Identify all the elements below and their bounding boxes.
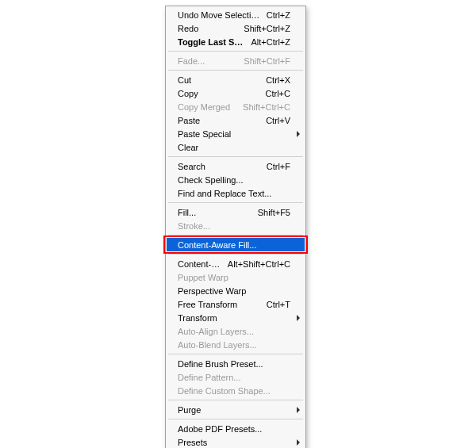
menu-item-label: Content-Aware Fill... [178,240,290,250]
stage: { "menu": { "name": "edit-menu", "items"… [0,0,476,448]
edit-menu[interactable]: Undo Move SelectionCtrl+ZRedoShift+Ctrl+… [165,6,306,448]
menu-item-search[interactable]: SearchCtrl+F [167,159,305,173]
menu-item-paste-special[interactable]: Paste Special [167,127,305,140]
menu-item-label: Define Brush Preset... [178,359,290,369]
menu-item-fade: Fade...Shift+Ctrl+F [167,54,305,67]
menu-item-label: Define Pattern... [178,373,290,382]
menu-item-free-transform[interactable]: Free TransformCtrl+T [167,297,305,311]
menu-item-adobe-pdf-presets[interactable]: Adobe PDF Presets... [167,422,305,435]
menu-item-check-spelling[interactable]: Check Spelling... [167,173,305,186]
menu-item-label: Clear [178,143,290,152]
chevron-right-icon [297,315,300,321]
menu-item-content-aware-scale[interactable]: Content-Aware ScaleAlt+Shift+Ctrl+C [167,257,305,270]
menu-item-copy[interactable]: CopyCtrl+C [167,86,305,100]
menu-item-define-pattern: Define Pattern... [167,370,305,384]
menu-separator [168,235,303,235]
menu-item-copy-merged: Copy MergedShift+Ctrl+C [167,100,305,113]
menu-item-shortcut: Alt+Shift+Ctrl+C [228,259,290,269]
menu-item-shortcut: Ctrl+V [266,116,290,125]
menu-item-label: Toggle Last State [178,37,244,47]
menu-item-label: Perspective Warp [178,286,290,296]
menu-item-undo-move-selection[interactable]: Undo Move SelectionCtrl+Z [167,8,305,21]
menu-item-purge[interactable]: Purge [167,403,305,416]
menu-item-shortcut: Ctrl+X [266,75,290,85]
menu-item-stroke: Stroke... [167,219,305,232]
menu-item-label: Adobe PDF Presets... [178,424,290,434]
menu-separator [168,254,303,255]
menu-item-find-replace[interactable]: Find and Replace Text... [167,186,305,200]
menu-item-label: Auto-Align Layers... [178,327,290,336]
menu-item-transform[interactable]: Transform [167,311,305,324]
menu-item-label: Transform [178,313,290,323]
menu-item-auto-blend-layers: Auto-Blend Layers... [167,338,305,351]
menu-item-label: Presets [178,438,290,447]
menu-separator [168,70,303,71]
menu-item-label: Puppet Warp [178,273,290,282]
menu-item-shortcut: Ctrl+F [267,162,290,171]
menu-item-redo[interactable]: RedoShift+Ctrl+Z [167,21,305,35]
menu-separator [168,202,303,203]
menu-item-label: Stroke... [178,221,290,231]
menu-item-fill[interactable]: Fill...Shift+F5 [167,205,305,219]
menu-item-label: Fill... [178,208,251,217]
menu-item-auto-align-layers: Auto-Align Layers... [167,324,305,338]
menu-item-presets[interactable]: Presets [167,435,305,448]
menu-item-shortcut: Alt+Ctrl+Z [251,37,290,47]
menu-item-paste[interactable]: PasteCtrl+V [167,113,305,127]
menu-item-label: Search [178,162,260,171]
menu-item-content-aware-fill[interactable]: Content-Aware Fill... [167,238,305,251]
menu-separator [168,51,303,52]
menu-item-shortcut: Shift+Ctrl+F [244,56,290,66]
menu-item-label: Fade... [178,56,237,66]
menu-item-shortcut: Shift+F5 [258,208,290,217]
menu-item-cut[interactable]: CutCtrl+X [167,73,305,86]
menu-separator [168,400,303,400]
menu-item-clear[interactable]: Clear [167,140,305,154]
menu-item-label: Define Custom Shape... [178,386,290,396]
menu-item-shortcut: Shift+Ctrl+Z [244,24,290,33]
chevron-right-icon [297,439,300,446]
menu-item-shortcut: Ctrl+T [267,300,290,309]
menu-item-define-brush-preset[interactable]: Define Brush Preset... [167,357,305,370]
menu-separator [168,419,303,419]
chevron-right-icon [297,407,300,413]
menu-item-label: Copy [178,89,259,98]
menu-item-label: Find and Replace Text... [178,189,290,198]
menu-item-label: Copy Merged [178,102,236,112]
menu-item-define-custom-shape: Define Custom Shape... [167,384,305,397]
chevron-right-icon [297,131,300,137]
menu-item-label: Free Transform [178,300,260,309]
menu-item-label: Undo Move Selection [178,10,260,20]
menu-item-label: Redo [178,24,237,33]
menu-separator [168,156,303,157]
menu-item-shortcut: Ctrl+Z [267,10,290,20]
menu-item-shortcut: Shift+Ctrl+C [243,102,290,112]
menu-item-label: Paste [178,116,259,125]
menu-item-label: Purge [178,405,290,415]
menu-item-puppet-warp: Puppet Warp [167,270,305,284]
menu-item-perspective-warp[interactable]: Perspective Warp [167,284,305,297]
menu-item-label: Cut [178,75,259,85]
menu-item-label: Auto-Blend Layers... [178,340,290,350]
menu-item-label: Content-Aware Scale [178,259,221,269]
menu-item-shortcut: Ctrl+C [266,89,290,98]
menu-item-label: Check Spelling... [178,175,290,185]
menu-item-toggle-last-state[interactable]: Toggle Last StateAlt+Ctrl+Z [167,35,305,48]
menu-item-label: Paste Special [178,129,290,139]
menu-separator [168,354,303,354]
